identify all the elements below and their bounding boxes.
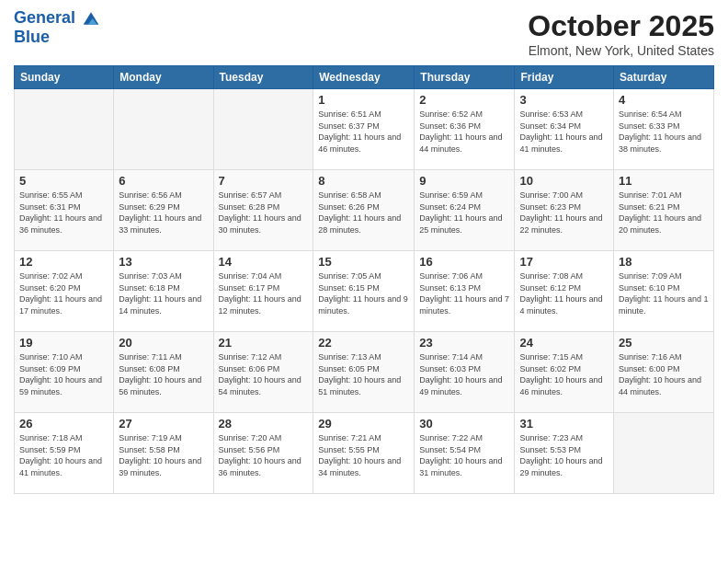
day-info: Sunrise: 7:14 AMSunset: 6:03 PMDaylight:…: [419, 351, 509, 397]
day-number: 14: [219, 255, 309, 269]
day-info: Sunrise: 7:11 AMSunset: 6:08 PMDaylight:…: [119, 351, 208, 397]
day-info: Sunrise: 7:08 AMSunset: 6:12 PMDaylight:…: [519, 270, 609, 316]
page-container: General Blue October 2025 Elmont, New Yo…: [0, 0, 728, 563]
day-info: Sunrise: 7:05 AMSunset: 6:15 PMDaylight:…: [318, 270, 409, 316]
day-number: 18: [619, 255, 709, 269]
day-info: Sunrise: 6:54 AMSunset: 6:33 PMDaylight:…: [619, 109, 709, 155]
day-number: 13: [119, 255, 208, 269]
table-row: 21Sunrise: 7:12 AMSunset: 6:06 PMDayligh…: [213, 332, 313, 413]
day-number: 21: [219, 336, 309, 350]
day-info: Sunrise: 7:01 AMSunset: 6:21 PMDaylight:…: [619, 190, 709, 236]
table-row: 4Sunrise: 6:54 AMSunset: 6:33 PMDaylight…: [614, 89, 714, 170]
table-row: 31Sunrise: 7:23 AMSunset: 5:53 PMDayligh…: [515, 413, 614, 494]
day-info: Sunrise: 6:57 AMSunset: 6:28 PMDaylight:…: [219, 190, 309, 236]
table-row: 8Sunrise: 6:58 AMSunset: 6:26 PMDaylight…: [313, 170, 415, 251]
table-row: [114, 89, 213, 170]
day-info: Sunrise: 7:03 AMSunset: 6:18 PMDaylight:…: [119, 270, 208, 316]
day-info: Sunrise: 6:52 AMSunset: 6:36 PMDaylight:…: [419, 109, 509, 155]
day-number: 11: [619, 174, 709, 188]
day-number: 4: [619, 93, 709, 107]
day-info: Sunrise: 7:02 AMSunset: 6:20 PMDaylight:…: [19, 270, 108, 316]
day-number: 16: [419, 255, 509, 269]
day-number: 8: [318, 174, 409, 188]
day-number: 3: [519, 93, 609, 107]
day-number: 7: [219, 174, 309, 188]
day-info: Sunrise: 7:23 AMSunset: 5:53 PMDaylight:…: [519, 432, 609, 478]
table-row: [15, 89, 114, 170]
month-title: October 2025: [528, 9, 714, 43]
table-row: 15Sunrise: 7:05 AMSunset: 6:15 PMDayligh…: [313, 251, 415, 332]
day-info: Sunrise: 6:55 AMSunset: 6:31 PMDaylight:…: [19, 190, 108, 236]
day-info: Sunrise: 7:15 AMSunset: 6:02 PMDaylight:…: [519, 351, 609, 397]
table-row: 10Sunrise: 7:00 AMSunset: 6:23 PMDayligh…: [515, 170, 614, 251]
day-info: Sunrise: 7:16 AMSunset: 6:00 PMDaylight:…: [619, 351, 709, 397]
day-number: 15: [318, 255, 409, 269]
table-row: 14Sunrise: 7:04 AMSunset: 6:17 PMDayligh…: [213, 251, 313, 332]
table-row: 23Sunrise: 7:14 AMSunset: 6:03 PMDayligh…: [415, 332, 515, 413]
day-info: Sunrise: 6:53 AMSunset: 6:34 PMDaylight:…: [519, 109, 609, 155]
day-info: Sunrise: 7:22 AMSunset: 5:54 PMDaylight:…: [419, 432, 509, 478]
day-number: 6: [119, 174, 208, 188]
day-number: 2: [419, 93, 509, 107]
calendar-week-row: 5Sunrise: 6:55 AMSunset: 6:31 PMDaylight…: [15, 170, 714, 251]
day-info: Sunrise: 7:19 AMSunset: 5:58 PMDaylight:…: [119, 432, 208, 478]
table-row: 11Sunrise: 7:01 AMSunset: 6:21 PMDayligh…: [614, 170, 714, 251]
table-row: 12Sunrise: 7:02 AMSunset: 6:20 PMDayligh…: [15, 251, 114, 332]
table-row: 13Sunrise: 7:03 AMSunset: 6:18 PMDayligh…: [114, 251, 213, 332]
table-row: 1Sunrise: 6:51 AMSunset: 6:37 PMDaylight…: [313, 89, 415, 170]
calendar-table: Sunday Monday Tuesday Wednesday Thursday…: [14, 65, 714, 494]
table-row: 7Sunrise: 6:57 AMSunset: 6:28 PMDaylight…: [213, 170, 313, 251]
col-sunday: Sunday: [15, 66, 114, 89]
table-row: 2Sunrise: 6:52 AMSunset: 6:36 PMDaylight…: [415, 89, 515, 170]
calendar-week-row: 1Sunrise: 6:51 AMSunset: 6:37 PMDaylight…: [15, 89, 714, 170]
location: Elmont, New York, United States: [528, 43, 714, 58]
day-info: Sunrise: 7:04 AMSunset: 6:17 PMDaylight:…: [219, 270, 309, 316]
day-info: Sunrise: 6:51 AMSunset: 6:37 PMDaylight:…: [318, 109, 409, 155]
table-row: 29Sunrise: 7:21 AMSunset: 5:55 PMDayligh…: [313, 413, 415, 494]
col-saturday: Saturday: [614, 66, 714, 89]
day-number: 12: [19, 255, 108, 269]
logo-text: General: [14, 9, 100, 28]
day-number: 10: [519, 174, 609, 188]
day-number: 20: [119, 336, 208, 350]
table-row: [614, 413, 714, 494]
day-number: 1: [318, 93, 409, 107]
table-row: 18Sunrise: 7:09 AMSunset: 6:10 PMDayligh…: [614, 251, 714, 332]
day-number: 5: [19, 174, 108, 188]
table-row: 16Sunrise: 7:06 AMSunset: 6:13 PMDayligh…: [415, 251, 515, 332]
day-number: 27: [119, 417, 208, 431]
table-row: 28Sunrise: 7:20 AMSunset: 5:56 PMDayligh…: [213, 413, 313, 494]
day-info: Sunrise: 7:06 AMSunset: 6:13 PMDaylight:…: [419, 270, 509, 316]
col-wednesday: Wednesday: [313, 66, 415, 89]
title-section: October 2025 Elmont, New York, United St…: [528, 9, 714, 58]
day-info: Sunrise: 7:09 AMSunset: 6:10 PMDaylight:…: [619, 270, 709, 316]
logo: General Blue: [14, 9, 100, 47]
day-number: 25: [619, 336, 709, 350]
col-tuesday: Tuesday: [213, 66, 313, 89]
day-number: 28: [219, 417, 309, 431]
day-info: Sunrise: 6:59 AMSunset: 6:24 PMDaylight:…: [419, 190, 509, 236]
col-thursday: Thursday: [415, 66, 515, 89]
day-number: 29: [318, 417, 409, 431]
day-number: 9: [419, 174, 509, 188]
day-number: 22: [318, 336, 409, 350]
day-info: Sunrise: 7:12 AMSunset: 6:06 PMDaylight:…: [219, 351, 309, 397]
table-row: 19Sunrise: 7:10 AMSunset: 6:09 PMDayligh…: [15, 332, 114, 413]
col-monday: Monday: [114, 66, 213, 89]
table-row: 6Sunrise: 6:56 AMSunset: 6:29 PMDaylight…: [114, 170, 213, 251]
day-info: Sunrise: 7:18 AMSunset: 5:59 PMDaylight:…: [19, 432, 108, 478]
day-number: 26: [19, 417, 108, 431]
day-number: 23: [419, 336, 509, 350]
day-number: 19: [19, 336, 108, 350]
table-row: 24Sunrise: 7:15 AMSunset: 6:02 PMDayligh…: [515, 332, 614, 413]
day-number: 24: [519, 336, 609, 350]
table-row: 30Sunrise: 7:22 AMSunset: 5:54 PMDayligh…: [415, 413, 515, 494]
day-info: Sunrise: 7:00 AMSunset: 6:23 PMDaylight:…: [519, 190, 609, 236]
day-info: Sunrise: 7:21 AMSunset: 5:55 PMDaylight:…: [318, 432, 409, 478]
table-row: 9Sunrise: 6:59 AMSunset: 6:24 PMDaylight…: [415, 170, 515, 251]
day-number: 30: [419, 417, 509, 431]
table-row: [213, 89, 313, 170]
table-row: 22Sunrise: 7:13 AMSunset: 6:05 PMDayligh…: [313, 332, 415, 413]
calendar-week-row: 19Sunrise: 7:10 AMSunset: 6:09 PMDayligh…: [15, 332, 714, 413]
calendar-week-row: 12Sunrise: 7:02 AMSunset: 6:20 PMDayligh…: [15, 251, 714, 332]
